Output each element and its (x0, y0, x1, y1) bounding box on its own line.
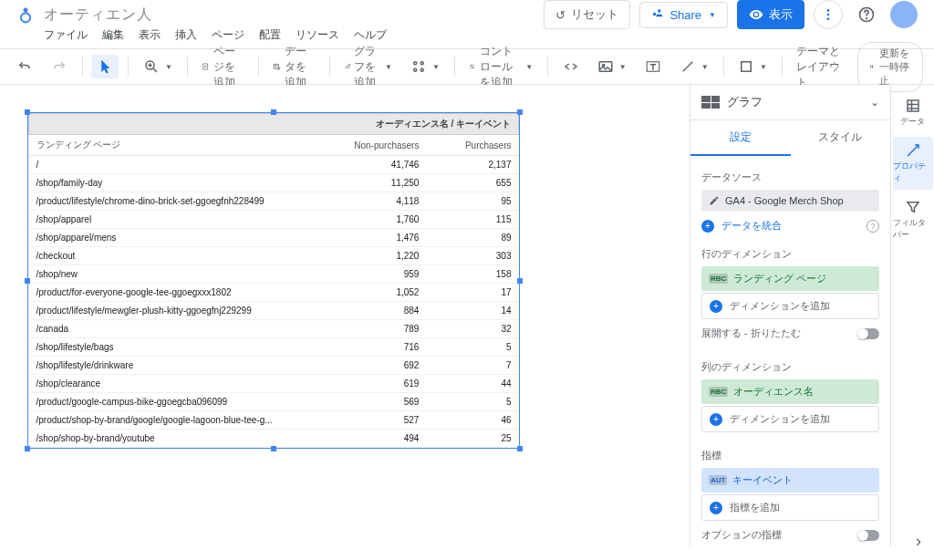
rail-property[interactable]: プロパティ (893, 137, 933, 190)
table-row[interactable]: /product/google-campus-bike-ggoegcba0960… (29, 393, 519, 411)
redo-button[interactable] (46, 55, 73, 78)
line-button[interactable]: ▼ (674, 55, 714, 78)
metric-chip[interactable]: AUTキーイベント (701, 468, 879, 493)
table-row[interactable]: /shop/shop-by-brand/youtube49425 (29, 430, 519, 448)
metric-label: 指標 (690, 441, 890, 466)
svg-point-13 (420, 62, 423, 65)
menu-view[interactable]: 表示 (139, 27, 161, 43)
rail-filter[interactable]: フィルタバー (893, 193, 933, 246)
table-row[interactable]: /shop/family-day11,250655 (29, 174, 519, 192)
svg-point-16 (472, 65, 472, 66)
svg-point-6 (867, 18, 867, 19)
community-viz-button[interactable]: ▼ (405, 55, 445, 78)
svg-point-1 (21, 13, 30, 22)
svg-rect-21 (742, 62, 752, 72)
svg-point-0 (24, 8, 28, 13)
select-tool[interactable] (91, 55, 119, 78)
chevron-down-icon[interactable]: ⌄ (870, 96, 879, 109)
doc-title[interactable]: オーティエン人 (44, 5, 152, 25)
col-landing-page[interactable]: ランディング ページ (29, 135, 306, 156)
table-row[interactable]: /product/for-everyone-google-tee-ggoegxx… (29, 284, 519, 302)
table-row[interactable]: /shop/lifestyle/bags7165 (29, 338, 519, 357)
table-row[interactable]: /shop/apparel1,760115 (29, 211, 519, 229)
reset-button[interactable]: ↻リセット (544, 0, 630, 29)
embed-button[interactable] (557, 55, 585, 78)
col-dimension-chip[interactable]: RBCオーディエンス名 (701, 379, 879, 404)
svg-point-2 (827, 9, 830, 12)
add-metric-button[interactable]: +指標を追加 (701, 494, 879, 521)
table-row[interactable]: /shop/lifestyle/drinkware6927 (29, 357, 519, 375)
chart-type-icon[interactable] (701, 96, 720, 109)
avatar[interactable] (890, 1, 918, 28)
svg-rect-22 (870, 65, 871, 67)
table-super-header: オーディエンス名 / キーイベント (29, 114, 519, 135)
col-non-purchasers[interactable]: Non-purchasers (306, 135, 426, 156)
image-button[interactable]: ▼ (592, 55, 632, 78)
menu-file[interactable]: ファイル (44, 27, 88, 43)
properties-panel: グラフ ⌄ 設定 スタイル データソース GA4 - Google Merch … (690, 85, 890, 546)
col-purchasers[interactable]: Purchasers (426, 135, 518, 156)
data-source-chip[interactable]: GA4 - Google Merch Shop (701, 190, 879, 212)
svg-point-14 (414, 68, 417, 71)
pencil-icon (709, 195, 720, 206)
menu-insert[interactable]: 挿入 (175, 27, 197, 43)
svg-point-3 (827, 14, 830, 16)
view-button[interactable]: 表示 (737, 0, 804, 29)
table-row[interactable]: /product/shop-by-brand/google/google-lag… (29, 411, 519, 430)
rail-data[interactable]: データ (893, 92, 933, 133)
panel-title: グラフ (727, 94, 863, 110)
add-row-dimension-button[interactable]: +ディメンションを追加 (701, 293, 879, 319)
canvas[interactable]: オーディエンス名 / キーイベント ランディング ページ Non-purchas… (0, 85, 690, 546)
data-source-label: データソース (690, 163, 890, 188)
pivot-table-chart[interactable]: オーディエンス名 / キーイベント ランディング ページ Non-purchas… (27, 112, 520, 449)
add-col-dimension-button[interactable]: +ディメンションを追加 (701, 406, 879, 432)
row-dimension-label: 行のディメンション (690, 240, 890, 264)
col-dimension-label: 列のディメンション (690, 353, 890, 378)
svg-point-15 (420, 68, 423, 71)
help-icon[interactable]: ? (867, 220, 879, 233)
table-row[interactable]: /canada78932 (29, 320, 519, 338)
shape-button[interactable]: ▼ (732, 55, 773, 78)
help-button[interactable] (852, 0, 881, 29)
share-button[interactable]: Share▼ (639, 2, 728, 28)
svg-rect-23 (872, 65, 873, 67)
tab-style[interactable]: スタイル (791, 120, 891, 156)
table-row[interactable]: /41,7462,137 (29, 156, 519, 174)
expand-collapse-toggle[interactable]: 展開する - 折りたたむ (701, 323, 879, 344)
merge-data-button[interactable]: +データを統合? (701, 213, 879, 238)
svg-point-4 (827, 17, 830, 20)
row-dimension-chip[interactable]: RBCランディング ページ (701, 266, 879, 291)
optional-metric-toggle[interactable]: オプションの指標 (701, 524, 879, 545)
looker-studio-logo (16, 5, 35, 24)
svg-point-17 (472, 67, 473, 68)
table-row[interactable]: /shop/new959158 (29, 265, 519, 284)
svg-point-12 (414, 62, 417, 65)
table-row[interactable]: /product/lifestyle/chrome-dino-brick-set… (29, 192, 519, 211)
table-row[interactable]: /shop/apparel/mens1,47689 (29, 229, 519, 247)
table-row[interactable]: /product/lifestyle/mewgler-plush-kitty-g… (29, 302, 519, 320)
more-options-button[interactable] (814, 0, 843, 29)
undo-button[interactable] (11, 55, 38, 78)
menu-edit[interactable]: 編集 (102, 27, 124, 43)
table-row[interactable]: /shop/clearance61944 (29, 375, 519, 393)
svg-rect-24 (908, 100, 918, 111)
tab-setup[interactable]: 設定 (690, 120, 791, 156)
zoom-tool[interactable]: ▼ (138, 55, 178, 78)
table-row[interactable]: /checkout1,220303 (29, 247, 519, 265)
chevron-right-icon[interactable]: › (916, 532, 921, 546)
text-button[interactable] (639, 55, 667, 78)
